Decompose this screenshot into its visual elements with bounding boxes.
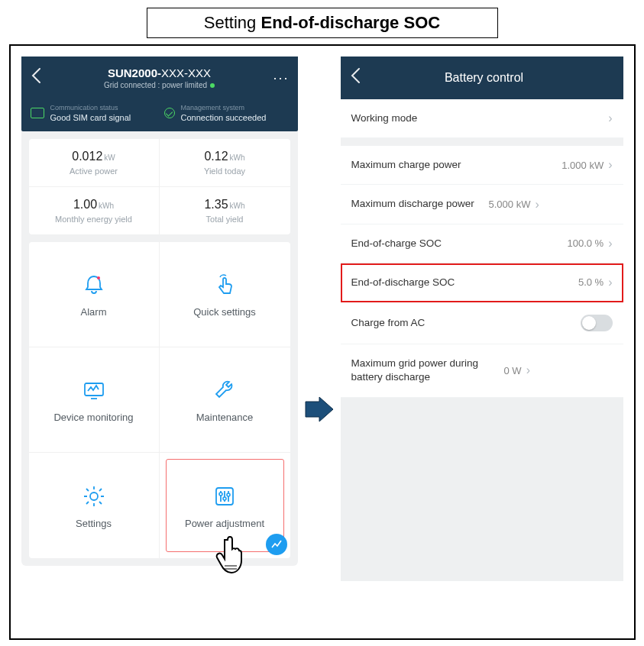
row-label: Maximum discharge power — [351, 197, 489, 211]
row-label: Charge from AC — [351, 316, 581, 330]
device-subtitle-text: Grid connected : power limited — [104, 81, 207, 89]
menu-device-monitoring[interactable]: Device monitoring — [29, 347, 160, 453]
status-communication: Communication status Good SIM card signa… — [31, 104, 155, 122]
menu-maintenance[interactable]: Maintenance — [160, 347, 290, 453]
menu-label: Settings — [76, 518, 112, 529]
stats-card: 0.012kW Active power 0.12kWh Yield today… — [29, 139, 290, 234]
settings-list: Working mode › Maximum charge power 1.00… — [341, 99, 623, 398]
pointer-hand-icon — [214, 535, 249, 577]
chevron-right-icon: › — [526, 363, 530, 377]
back-button[interactable] — [31, 67, 46, 89]
figure-frame: SUN2000-XXX-XXX Grid connected : power l… — [9, 44, 636, 640]
menu-grid: Alarm Quick settings Device monitoring M… — [29, 242, 290, 558]
svg-point-5 — [223, 497, 226, 500]
row-max-grid-power[interactable]: Maximum grid power during battery discha… — [341, 344, 623, 397]
menu-label: Maintenance — [196, 412, 253, 423]
figure-title-prefix: Setting — [204, 13, 261, 32]
svg-point-2 — [90, 493, 98, 500]
menu-settings[interactable]: Settings — [29, 453, 160, 558]
row-end-of-discharge-soc[interactable]: End-of-discharge SOC 5.0 % › — [341, 263, 623, 302]
stat-monthly-yield: 1.00kWh Monthly energy yield — [29, 187, 160, 234]
tap-hand-icon — [211, 271, 238, 299]
gear-icon — [80, 483, 108, 510]
row-working-mode[interactable]: Working mode › — [341, 99, 623, 138]
row-label: End-of-charge SOC — [351, 237, 568, 250]
left-screen: SUN2000-XXX-XXX Grid connected : power l… — [21, 57, 298, 566]
header-center: SUN2000-XXX-XXX Grid connected : power l… — [46, 66, 273, 89]
left-header: SUN2000-XXX-XXX Grid connected : power l… — [21, 57, 298, 99]
stat-active-power: 0.012kW Active power — [29, 139, 160, 187]
stat-total-yield: 1.35kWh Total yield — [160, 187, 290, 234]
section-gap — [341, 138, 623, 146]
mgmt-status-label: Management system — [181, 104, 267, 111]
row-end-of-charge-soc[interactable]: End-of-charge SOC 100.0 % › — [341, 224, 623, 263]
stat-value: 0.012 — [72, 150, 102, 163]
stat-yield-today: 0.12kWh Yield today — [160, 139, 290, 187]
stat-value: 1.35 — [204, 198, 228, 211]
row-label: Working mode — [351, 111, 609, 125]
chevron-right-icon: › — [608, 276, 612, 289]
status-management: Management system Connection succeeded — [164, 104, 289, 122]
chevron-right-icon: › — [608, 111, 612, 125]
back-button[interactable] — [350, 67, 365, 89]
svg-point-4 — [219, 493, 222, 496]
figure-title: Setting End-of-discharge SOC — [147, 8, 498, 38]
row-label: End-of-discharge SOC — [351, 276, 578, 289]
stat-unit: kWh — [230, 202, 245, 210]
empty-area — [341, 398, 623, 581]
sliders-icon — [211, 483, 238, 510]
sim-card-icon — [31, 108, 44, 118]
comm-status-label: Communication status — [50, 104, 131, 111]
menu-label: Alarm — [81, 306, 107, 318]
device-title: SUN2000-XXX-XXX — [46, 66, 273, 79]
row-value: 5.0 % — [578, 276, 604, 288]
row-label: Maximum grid power during battery discha… — [351, 357, 504, 384]
chevron-right-icon: › — [535, 198, 539, 212]
menu-label: Quick settings — [193, 306, 256, 318]
alarm-icon — [80, 271, 108, 299]
stat-unit: kW — [104, 153, 115, 162]
svg-point-0 — [97, 276, 100, 279]
chevron-left-icon — [31, 67, 41, 84]
stat-value: 1.00 — [73, 198, 97, 211]
device-title-suffix: XXX-XXX — [161, 66, 211, 79]
row-value: 0 W — [504, 365, 522, 376]
row-label: Maximum charge power — [351, 158, 562, 172]
toggle-charge-from-ac[interactable] — [581, 315, 613, 331]
more-button[interactable]: ··· — [273, 70, 289, 86]
page-title: Battery control — [365, 71, 604, 85]
stat-label: Total yield — [166, 215, 284, 224]
row-max-discharge-power[interactable]: Maximum discharge power 5.000 kW › — [341, 185, 623, 224]
chart-icon — [270, 538, 283, 551]
device-subtitle: Grid connected : power limited — [46, 81, 273, 89]
stat-label: Monthly energy yield — [35, 215, 153, 224]
monitor-icon — [80, 376, 108, 404]
menu-label: Device monitoring — [53, 412, 133, 423]
wrench-icon — [211, 376, 238, 404]
row-value: 1.000 kW — [561, 160, 604, 171]
comm-status-value: Good SIM card signal — [50, 113, 131, 122]
stat-label: Active power — [35, 166, 153, 176]
stat-label: Yield today — [166, 166, 284, 176]
row-charge-from-ac: Charge from AC — [341, 302, 623, 344]
figure-title-bold: End-of-discharge SOC — [261, 13, 440, 32]
device-title-prefix: SUN2000- — [108, 66, 161, 79]
svg-point-6 — [227, 493, 230, 496]
stat-value: 0.12 — [204, 150, 228, 163]
right-screen: Battery control Working mode › Maximum c… — [341, 57, 623, 581]
mgmt-status-value: Connection succeeded — [181, 113, 267, 122]
menu-alarm[interactable]: Alarm — [29, 242, 160, 347]
status-dot-icon — [210, 83, 215, 88]
menu-quick-settings[interactable]: Quick settings — [160, 242, 290, 347]
check-circle-icon — [164, 108, 175, 118]
stat-unit: kWh — [230, 153, 245, 162]
row-max-charge-power[interactable]: Maximum charge power 1.000 kW › — [341, 146, 623, 185]
menu-power-adjustment[interactable]: Power adjustment — [160, 453, 290, 558]
flow-arrow-icon — [304, 396, 335, 426]
right-header: Battery control — [341, 57, 623, 99]
chart-fab-button[interactable] — [266, 534, 287, 555]
status-bar: Communication status Good SIM card signa… — [21, 99, 298, 131]
menu-label: Power adjustment — [185, 518, 264, 529]
chevron-left-icon — [350, 67, 361, 84]
chevron-right-icon: › — [608, 237, 612, 250]
